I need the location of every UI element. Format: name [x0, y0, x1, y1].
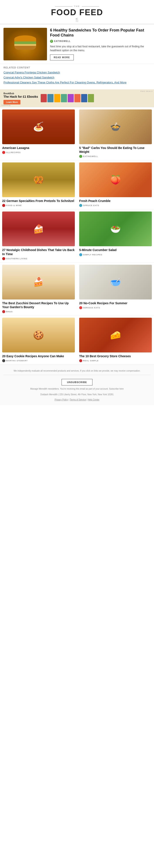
read-more-button[interactable]: READ MORE [50, 55, 74, 60]
spruce-icon [79, 204, 82, 207]
source-name-nocook: SERIOUS EATS [83, 307, 100, 309]
ad-book-4 [61, 94, 67, 102]
hero-content: 6 Healthy Sandwiches To Order From Popul… [50, 28, 151, 60]
marthastewart-icon [2, 359, 5, 362]
hero-title: 6 Healthy Sandwiches To Order From Popul… [50, 28, 151, 38]
card-image-nocook: 🥣 [79, 265, 152, 300]
related-link-3[interactable]: Professional Cleaners Say These Cloths A… [3, 81, 151, 85]
ad-book-6 [74, 94, 80, 102]
german-art: 🥨 [2, 162, 75, 197]
card-source-peach: SPRUCE EATS [79, 204, 152, 207]
source-name-carbs: EATINGWELL [83, 155, 98, 157]
source-name-german: FOOD & WINE [6, 204, 22, 207]
card-image-cucumber: 🥗 [79, 212, 152, 246]
card-title-cookies: 20 Easy Cookie Recipes Anyone Can Make [2, 354, 75, 358]
simplyrecipes-icon [79, 253, 82, 256]
foodwine-icon [2, 204, 5, 207]
carbs-art: 🍲 [79, 110, 152, 144]
cucumber-art: 🥗 [79, 212, 152, 246]
allrecipes-icon [2, 151, 5, 154]
card-image-peach: 🍑 [79, 162, 152, 197]
site-footer: We independently evaluate all recommende… [0, 365, 154, 405]
zucchini-art: 🍰 [2, 265, 75, 300]
related-title: Related Content [3, 66, 151, 69]
card-source-cookies: MARTHA STEWART [2, 359, 75, 362]
source-name-peach: SPRUCE EATS [83, 204, 99, 207]
ad-banner: BookBub The Hack for £1 Ebooks Learn Mor… [0, 90, 154, 107]
ad-book-2 [47, 94, 53, 102]
related-link-1[interactable]: Copycat Panera Frontega Chicken Sandwich [3, 70, 151, 74]
card-source-cucumber: SIMPLY RECIPES [79, 253, 152, 256]
ad-book-covers [41, 94, 151, 102]
card-title-german: 22 German Specialties From Pretzels To S… [2, 199, 75, 203]
ad-headline: The Hack for £1 Ebooks [3, 95, 38, 99]
card-grid-container: 🍝 American Lasagna ALLRECIPES 🍲 5 "Bad" … [0, 107, 154, 365]
eatingwell-icon-carbs [79, 155, 82, 158]
realsimple-icon [79, 359, 82, 362]
terms-link[interactable]: Terms of Service [70, 399, 86, 401]
card-source-childhood: SOUTHERN LIVING [2, 257, 75, 260]
related-link-2[interactable]: Copycat Arby's Chicken Salad Sandwich [3, 75, 151, 80]
peach-art: 🍑 [79, 162, 152, 197]
fork-icon: 🍴 [0, 18, 154, 22]
card-image-carbs: 🍲 [79, 110, 152, 144]
eatingwell-icon: E [50, 40, 53, 43]
card-image-cheese: 🧀 [79, 318, 152, 352]
card-source-carbs: EATINGWELL [79, 155, 152, 158]
childhood-art: 🍰 [2, 212, 75, 246]
footer-manage-text: Manage Meredith newsletters. You're rece… [3, 387, 151, 391]
seriouseats-icon [79, 306, 82, 309]
card-image-german: 🥨 [2, 162, 75, 197]
site-title: FOOD FEED [0, 8, 154, 17]
source-name-cookies: MARTHA STEWART [6, 360, 28, 362]
card-title-cheese: The 10 Best Grocery Store Cheeses [79, 354, 152, 358]
card-source-lasagna: ALLRECIPES [2, 151, 75, 154]
unsubscribe-button[interactable]: Unsubscribe [61, 379, 93, 385]
card-title-carbs: 5 "Bad" Carbs You Should Be Eating To Lo… [79, 146, 152, 154]
southernliving-icon [2, 257, 5, 260]
ad-book-1 [41, 94, 47, 102]
card-title-nocook: 20 No-Cook Recipes For Summer [79, 301, 152, 305]
hero-source-name: EATINGWELL [54, 40, 71, 42]
card-bad-carbs[interactable]: 🍲 5 "Bad" Carbs You Should Be Eating To … [77, 107, 154, 160]
card-title-cucumber: 5-Minute Cucumber Salad [79, 248, 152, 252]
hero-source: E EATINGWELL [50, 40, 151, 43]
ad-cta-button[interactable]: Learn More [3, 100, 21, 104]
card-american-lasagna[interactable]: 🍝 American Lasagna ALLRECIPES [0, 107, 77, 160]
privacy-policy-link[interactable]: Privacy Policy [55, 399, 68, 401]
hero-section: 6 Healthy Sandwiches To Order From Popul… [0, 24, 154, 64]
card-cookies[interactable]: 🍪 20 Easy Cookie Recipes Anyone Can Make… [0, 315, 77, 365]
ad-text: BookBub The Hack for £1 Ebooks Learn Mor… [3, 92, 38, 104]
ad-paid-label: PAID DEALS [140, 90, 153, 92]
card-image-zucchini: 🍰 [2, 265, 75, 300]
card-nocook[interactable]: 🥣 20 No-Cook Recipes For Summer SERIOUS … [77, 262, 154, 315]
footer-disclaimer: We independently evaluate all recommende… [3, 369, 151, 373]
ad-book-3 [54, 94, 60, 102]
card-source-nocook: SERIOUS EATS [79, 306, 152, 309]
source-name-cheese: REAL SIMPLE [83, 360, 99, 362]
source-name-childhood: SOUTHERN LIVING [6, 257, 27, 260]
card-grid: 🍝 American Lasagna ALLRECIPES 🍲 5 "Bad" … [0, 107, 154, 365]
ad-brand: BookBub [3, 92, 38, 95]
bhg-icon [2, 310, 5, 313]
card-source-german: FOOD & WINE [2, 204, 75, 207]
card-zucchini[interactable]: 🍰 The Best Zucchini Dessert Recipes To U… [0, 262, 77, 315]
card-title-lasagna: American Lasagna [2, 146, 75, 150]
card-cucumber[interactable]: 🥗 5-Minute Cucumber Salad SIMPLY RECIPES [77, 209, 154, 262]
card-cheese[interactable]: 🧀 The 10 Best Grocery Store Cheeses REAL… [77, 315, 154, 365]
cheese-art: 🧀 [79, 318, 152, 352]
card-peach-crumble[interactable]: 🍑 Fresh Peach Crumble SPRUCE EATS [77, 160, 154, 209]
source-name-cucumber: SIMPLY RECIPES [83, 254, 102, 256]
help-center-link[interactable]: Help Center [88, 399, 99, 401]
card-childhood[interactable]: 🍰 27 Nostalgic Childhood Dishes That Tak… [0, 209, 77, 262]
header-the: THE [74, 5, 80, 7]
ad-book-8 [88, 94, 94, 102]
card-image-childhood: 🍰 [2, 212, 75, 246]
card-german[interactable]: 🥨 22 German Specialties From Pretzels To… [0, 160, 77, 209]
footer-company: Dotdash Meredith | 225 Liberty Street, 4… [3, 393, 151, 396]
ad-book-5 [68, 94, 74, 102]
hero-description: Next time you stop at a fast food restau… [50, 44, 151, 52]
card-title-childhood: 27 Nostalgic Childhood Dishes That Take … [2, 248, 75, 256]
card-image-cookies: 🍪 [2, 318, 75, 352]
card-source-cheese: REAL SIMPLE [79, 359, 152, 362]
